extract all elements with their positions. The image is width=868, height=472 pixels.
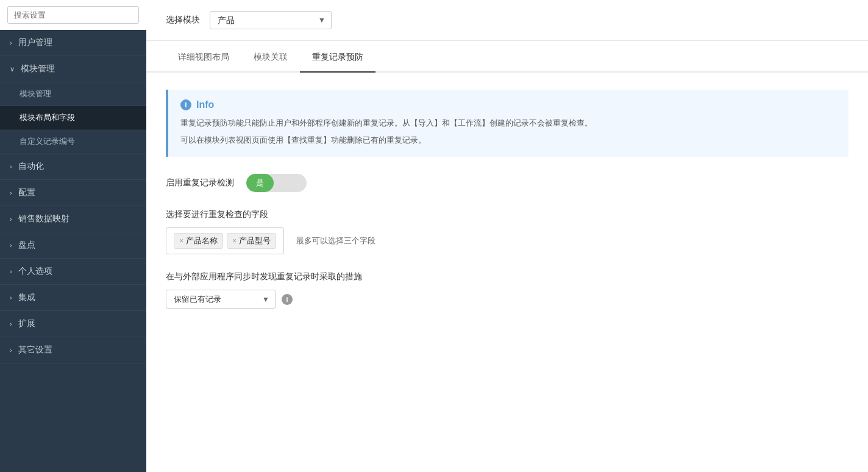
sidebar: › 用户管理 ∨ 模块管理 模块管理 模块布局和字段 自定义记录编号 › 自动化… [0, 0, 146, 472]
sidebar-item-label: 集成 [18, 292, 35, 303]
main-content: 选择模块 产品 ▼ 详细视图布局 模块关联 重复记录预防 i Info 重复记录… [146, 0, 868, 472]
info-tooltip-icon[interactable]: i [282, 294, 293, 305]
sidebar-item-label: 扩展 [18, 318, 35, 329]
chevron-right-icon: › [10, 189, 12, 196]
sidebar-item-label: 模块管理 [21, 63, 55, 74]
sidebar-item-label: 销售数据映射 [18, 213, 69, 224]
tab-module-relation[interactable]: 模块关联 [241, 43, 300, 73]
sidebar-subitem-label: 模块布局和字段 [20, 113, 75, 122]
sidebar-item-other-settings[interactable]: › 其它设置 [0, 337, 146, 363]
sidebar-item-personal-options[interactable]: › 个人选项 [0, 259, 146, 285]
search-input[interactable] [7, 6, 139, 24]
sidebar-item-label: 配置 [18, 187, 35, 198]
field-select-box[interactable]: × 产品名称 × 产品型号 [166, 227, 284, 254]
sidebar-item-extend[interactable]: › 扩展 [0, 311, 146, 337]
search-area [0, 0, 146, 30]
sidebar-subitem-label: 自定义记录编号 [20, 137, 75, 146]
info-box-line1: 重复记录预防功能只能防止用户和外部程序创建新的重复记录。从【导入】和【工作流】创… [180, 116, 836, 130]
chevron-right-icon: › [10, 215, 12, 223]
tag-remove-icon[interactable]: × [179, 237, 183, 245]
sidebar-subitem-custom-record-number[interactable]: 自定义记录编号 [0, 130, 146, 154]
toggle-row: 启用重复记录检测 是 [166, 174, 848, 192]
chevron-right-icon: › [10, 320, 12, 327]
fields-section-label: 选择要进行重复检查的字段 [166, 209, 848, 220]
sidebar-item-integration[interactable]: › 集成 [0, 285, 146, 311]
toggle-switch[interactable]: 是 [246, 174, 307, 192]
tag-remove-icon[interactable]: × [232, 237, 237, 245]
tab-detail-view[interactable]: 详细视图布局 [166, 43, 241, 73]
action-select[interactable]: 保留已有记录 覆盖已有记录 创建新记录 [166, 290, 276, 309]
sidebar-item-module-mgmt[interactable]: ∨ 模块管理 [0, 56, 146, 82]
sidebar-subitem-module-layout[interactable]: 模块布局和字段 [0, 106, 146, 130]
sidebar-subitem-label: 模块管理 [20, 89, 51, 98]
sidebar-item-label: 其它设置 [18, 345, 52, 356]
chevron-right-icon: › [10, 241, 12, 249]
sidebar-item-automation[interactable]: › 自动化 [0, 154, 146, 180]
sidebar-item-sales-data-map[interactable]: › 销售数据映射 [0, 206, 146, 232]
action-label: 在与外部应用程序同步时发现重复记录时采取的措施 [166, 271, 848, 282]
max-hint: 最多可以选择三个字段 [296, 235, 375, 246]
toggle-label: 启用重复记录检测 [166, 177, 234, 188]
action-select-row: 保留已有记录 覆盖已有记录 创建新记录 ▼ i [166, 290, 848, 309]
sidebar-item-label: 用户管理 [18, 37, 52, 48]
info-box-title: i Info [180, 99, 836, 110]
module-select-label: 选择模块 [166, 15, 200, 26]
tab-bar: 详细视图布局 模块关联 重复记录预防 [146, 43, 868, 73]
module-select-wrapper: 产品 ▼ [210, 11, 332, 29]
fields-row: × 产品名称 × 产品型号 最多可以选择三个字段 [166, 227, 848, 254]
info-icon: i [180, 99, 191, 110]
field-tag-product-model: × 产品型号 [227, 233, 276, 249]
sidebar-item-config[interactable]: › 配置 [0, 180, 146, 206]
tab-duplicate-prevention[interactable]: 重复记录预防 [300, 43, 375, 73]
sidebar-item-label: 个人选项 [18, 266, 52, 277]
sidebar-item-label: 自动化 [18, 161, 44, 172]
sidebar-item-label: 盘点 [18, 240, 35, 251]
sidebar-subitem-module-mgmt[interactable]: 模块管理 [0, 82, 146, 106]
chevron-right-icon: › [10, 268, 12, 275]
sidebar-item-inventory[interactable]: › 盘点 [0, 232, 146, 259]
chevron-down-icon: ∨ [10, 65, 15, 73]
toggle-off-label [274, 175, 307, 191]
field-tag-product-name: × 产品名称 [174, 233, 223, 249]
action-section: 在与外部应用程序同步时发现重复记录时采取的措施 保留已有记录 覆盖已有记录 创建… [166, 271, 848, 309]
chevron-right-icon: › [10, 39, 12, 46]
chevron-right-icon: › [10, 346, 12, 354]
chevron-right-icon: › [10, 163, 12, 170]
sidebar-item-user-mgmt[interactable]: › 用户管理 [0, 30, 146, 56]
toggle-on-label: 是 [246, 174, 274, 192]
main-header: 选择模块 产品 ▼ [146, 0, 868, 41]
info-box-line2: 可以在模块列表视图页面使用【查找重复】功能删除已有的重复记录。 [180, 134, 836, 147]
info-box: i Info 重复记录预防功能只能防止用户和外部程序创建新的重复记录。从【导入】… [166, 90, 848, 157]
action-select-wrapper: 保留已有记录 覆盖已有记录 创建新记录 ▼ [166, 290, 276, 309]
content-area: i Info 重复记录预防功能只能防止用户和外部程序创建新的重复记录。从【导入】… [146, 73, 868, 472]
chevron-right-icon: › [10, 294, 12, 301]
module-select[interactable]: 产品 [210, 11, 332, 29]
